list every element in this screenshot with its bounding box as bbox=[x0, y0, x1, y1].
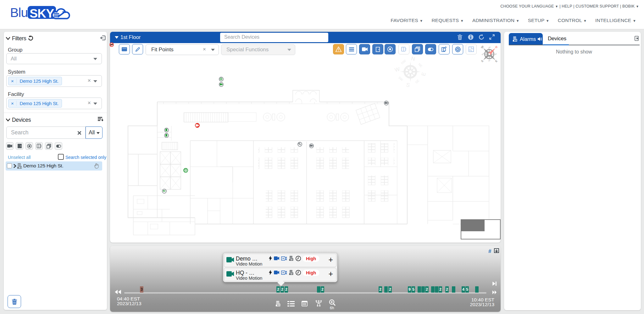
svg-text:NE: NE bbox=[418, 62, 423, 68]
svg-text:NW: NW bbox=[400, 59, 407, 65]
svg-text:SW: SW bbox=[398, 76, 404, 82]
svg-text:SE: SE bbox=[488, 59, 491, 62]
svg-text:NW: NW bbox=[488, 46, 491, 49]
svg-text:S: S bbox=[406, 82, 410, 88]
svg-text:E: E bbox=[495, 59, 498, 63]
svg-text:SW: SW bbox=[481, 53, 484, 56]
svg-text:N: N bbox=[411, 55, 416, 62]
svg-text:E: E bbox=[420, 72, 427, 77]
svg-text:W: W bbox=[394, 66, 400, 73]
svg-text:SE: SE bbox=[414, 79, 420, 84]
svg-text:NE: NE bbox=[494, 53, 497, 55]
